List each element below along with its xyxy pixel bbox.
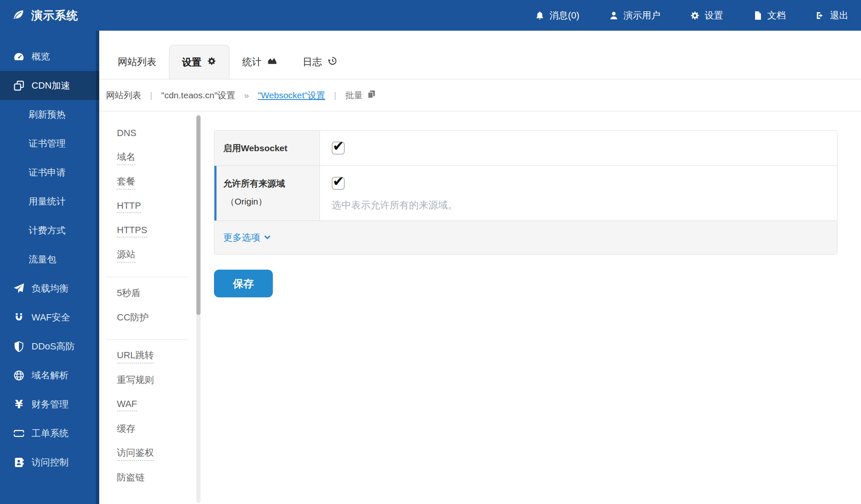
submenu-item-hotlink-protect[interactable]: 防盗链 xyxy=(117,466,203,490)
sidebar-item-label: 工单系统 xyxy=(32,427,69,440)
help-text: 选中表示允许所有的来源域。 xyxy=(332,199,837,212)
submenu-divider xyxy=(106,277,188,277)
sidebar-item-traffic-pack[interactable]: 流量包 xyxy=(0,245,99,274)
tab-label: 日志 xyxy=(303,55,322,68)
submenu-item-https[interactable]: HTTPS xyxy=(117,219,203,243)
breadcrumb-current-websocket[interactable]: "Websocket"设置 xyxy=(258,89,325,101)
sign-out-icon xyxy=(815,10,825,21)
submenu-scrollbar-thumb[interactable] xyxy=(196,116,201,315)
topnav-logout-label: 退出 xyxy=(830,9,848,22)
sidebar-item-label: 域名解析 xyxy=(32,369,69,382)
sidebar-item-label: 刷新预热 xyxy=(29,108,66,121)
row-enable-websocket: 启用Websocket ✔ xyxy=(214,131,837,166)
submenu-item-origin[interactable]: 源站 xyxy=(117,243,203,268)
websocket-settings-form: 启用Websocket ✔ 允许所有来源域 （Origin） xyxy=(203,111,861,504)
shield-icon xyxy=(13,341,25,352)
tab-label: 统计 xyxy=(242,55,261,68)
globe-icon xyxy=(13,370,25,381)
topnav-messages[interactable]: 消息(0) xyxy=(535,9,579,22)
settings-table: 启用Websocket ✔ 允许所有来源域 （Origin） xyxy=(214,130,837,255)
brand[interactable]: 演示系统 xyxy=(12,8,78,23)
yen-icon: ¥ xyxy=(13,399,25,410)
submenu-divider xyxy=(106,339,188,340)
sidebar-item-cert-manage[interactable]: 证书管理 xyxy=(0,129,99,158)
submenu-item-plan[interactable]: 套餐 xyxy=(117,170,203,194)
sidebar-item-label: 证书管理 xyxy=(29,137,66,150)
enable-websocket-checkbox[interactable]: ✔ xyxy=(332,142,345,155)
sidebar-item-billing-method[interactable]: 计费方式 xyxy=(0,216,99,245)
leaf-icon xyxy=(12,8,25,23)
submenu-scrollbar-track[interactable] xyxy=(196,114,201,503)
breadcrumb-batch[interactable]: 批量 xyxy=(345,89,376,101)
sidebar-item-label: WAF安全 xyxy=(32,311,70,324)
allow-all-origins-checkbox[interactable]: ✔ xyxy=(332,177,345,190)
document-icon xyxy=(753,10,763,21)
submenu-item-5s-shield[interactable]: 5秒盾 xyxy=(117,281,203,306)
submenu-item-rewrite-rules[interactable]: 重写规则 xyxy=(117,368,203,393)
ticket-icon xyxy=(13,428,25,439)
check-icon: ✔ xyxy=(333,138,344,154)
more-options-link[interactable]: 更多选项 xyxy=(223,231,271,244)
sidebar-item-dns-resolve[interactable]: 域名解析 xyxy=(0,361,99,390)
sidebar-item-usage-stats[interactable]: 用量统计 xyxy=(0,187,99,216)
sidebar-item-access-control[interactable]: 访问控制 xyxy=(0,448,99,477)
topnav-docs[interactable]: 文档 xyxy=(753,9,786,22)
sidebar-item-overview[interactable]: 概览 xyxy=(0,42,99,71)
tab-statistics[interactable]: 统计 xyxy=(230,45,290,79)
main-content: 网站列表 设置 统计 日志 网站列表 | "cdn.teaos.cn"设置 » … xyxy=(99,31,861,504)
sidebar-item-tickets[interactable]: 工单系统 xyxy=(0,419,99,448)
submenu-item-cache[interactable]: 缓存 xyxy=(117,417,203,441)
sidebar-item-waf[interactable]: WAF安全 xyxy=(0,303,99,332)
sidebar-item-cert-apply[interactable]: 证书申请 xyxy=(0,158,99,187)
submenu-item-http[interactable]: HTTP xyxy=(117,194,203,219)
topnav-docs-label: 文档 xyxy=(767,9,786,22)
sidebar-item-label: DDoS高防 xyxy=(32,340,75,353)
table-footer: 更多选项 xyxy=(214,221,837,254)
topnav-logout[interactable]: 退出 xyxy=(815,9,848,22)
submenu-item-url-redirect[interactable]: URL跳转 xyxy=(117,344,203,368)
row-allow-all-origins: 允许所有来源域 （Origin） ✔ 选中表示允许所有的来源域。 xyxy=(214,166,837,221)
settings-body: DNS 域名 套餐 HTTP HTTPS 源站 5秒盾 CC防护 URL跳转 重… xyxy=(99,111,861,504)
row-label: 启用Websocket xyxy=(214,131,320,165)
topnav-messages-label: 消息(0) xyxy=(549,9,579,22)
tab-bar: 网站列表 设置 统计 日志 xyxy=(99,31,861,79)
sidebar-item-finance[interactable]: ¥ 财务管理 xyxy=(0,390,99,419)
topnav-user[interactable]: 演示用户 xyxy=(609,9,660,22)
address-book-icon xyxy=(13,457,25,468)
sidebar-item-load-balance[interactable]: 负载均衡 xyxy=(0,274,99,303)
copy-icon xyxy=(367,89,376,101)
bell-icon xyxy=(535,10,545,21)
topbar: 演示系统 消息(0) 演示用户 设置 文档 xyxy=(0,0,861,31)
tab-site-list[interactable]: 网站列表 xyxy=(105,45,169,79)
row-value: ✔ xyxy=(320,131,837,165)
sidebar-item-label: 证书申请 xyxy=(29,166,66,179)
breadcrumb-site-list[interactable]: 网站列表 xyxy=(106,89,141,101)
submenu-item-cc-protect[interactable]: CC防护 xyxy=(117,306,203,330)
sidebar-item-refresh-preheat[interactable]: 刷新预热 xyxy=(0,100,99,129)
sidebar-item-ddos[interactable]: DDoS高防 xyxy=(0,332,99,361)
row-value: ✔ 选中表示允许所有的来源域。 xyxy=(320,166,837,220)
clone-icon xyxy=(13,80,25,92)
settings-submenu: DNS 域名 套餐 HTTP HTTPS 源站 5秒盾 CC防护 URL跳转 重… xyxy=(99,111,203,504)
batch-label: 批量 xyxy=(345,89,363,101)
brand-title: 演示系统 xyxy=(31,8,78,23)
sidebar-item-label: 访问控制 xyxy=(32,456,69,469)
sidebar-item-label: CDN加速 xyxy=(32,79,70,92)
sidebar-item-label: 流量包 xyxy=(29,253,56,266)
tab-logs[interactable]: 日志 xyxy=(290,45,350,79)
row-sublabel: （Origin） xyxy=(223,196,314,207)
save-button[interactable]: 保存 xyxy=(214,270,273,297)
sidebar-item-cdn[interactable]: CDN加速 xyxy=(0,71,99,100)
submenu-item-waf[interactable]: WAF xyxy=(117,393,203,417)
sidebar-item-label: 计费方式 xyxy=(29,224,66,237)
submenu-item-dns[interactable]: DNS xyxy=(117,121,203,146)
tab-settings[interactable]: 设置 xyxy=(169,45,230,79)
submenu-item-access-auth[interactable]: 访问鉴权 xyxy=(117,441,203,466)
sidebar-item-label: 概览 xyxy=(32,50,50,63)
submenu-item-domain[interactable]: 域名 xyxy=(117,146,203,170)
sidebar-item-label: 用量统计 xyxy=(29,195,66,208)
breadcrumb-site-settings[interactable]: "cdn.teaos.cn"设置 xyxy=(161,89,235,101)
sidebar-item-label: 负载均衡 xyxy=(32,282,69,295)
topnav-settings[interactable]: 设置 xyxy=(690,9,723,22)
chart-area-icon xyxy=(267,55,277,68)
